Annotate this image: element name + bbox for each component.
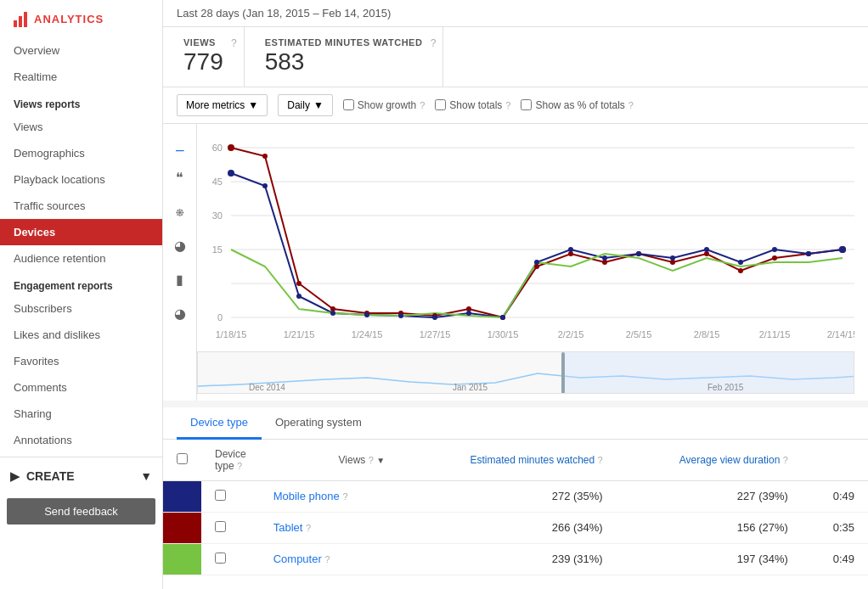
svg-text:2/11/15: 2/11/15 bbox=[759, 329, 791, 339]
more-metrics-button[interactable]: More metrics ▼ bbox=[177, 94, 268, 116]
sidebar-item-realtime[interactable]: Realtime bbox=[0, 64, 162, 90]
svg-text:Feb 2015: Feb 2015 bbox=[707, 383, 744, 392]
svg-text:2/14/15: 2/14/15 bbox=[827, 329, 854, 339]
svg-text:1/24/15: 1/24/15 bbox=[352, 329, 383, 339]
sidebar-item-playback[interactable]: Playback locations bbox=[0, 166, 162, 193]
line-chart-icon[interactable]: ⎯ bbox=[166, 131, 194, 158]
pct-help-icon[interactable]: ? bbox=[628, 100, 634, 110]
tablet-views: 266 (34%) bbox=[398, 512, 617, 543]
show-pct-label[interactable]: Show as % of totals ? bbox=[521, 99, 634, 111]
table-row: Computer ? 239 (31%) 197 (34%) 0:49 bbox=[163, 543, 868, 575]
show-totals-checkbox[interactable] bbox=[435, 99, 446, 110]
computer-device-cell: Computer ? bbox=[260, 543, 398, 575]
estimated-help-icon[interactable]: ? bbox=[598, 455, 603, 465]
mobile-link[interactable]: Mobile phone bbox=[273, 490, 340, 502]
svg-point-37 bbox=[466, 311, 471, 316]
dropdown-arrow-icon: ▼ bbox=[248, 99, 258, 111]
area-chart-icon[interactable]: ❝ bbox=[166, 165, 194, 192]
svg-point-32 bbox=[296, 294, 302, 299]
daily-button[interactable]: Daily ▼ bbox=[278, 94, 333, 116]
show-totals-label[interactable]: Show totals ? bbox=[435, 99, 510, 111]
mobile-checkbox[interactable] bbox=[215, 490, 226, 501]
svg-point-33 bbox=[330, 311, 335, 316]
sidebar-item-demographics[interactable]: Demographics bbox=[0, 140, 162, 166]
svg-point-11 bbox=[228, 144, 234, 151]
svg-point-46 bbox=[772, 247, 777, 252]
device-type-help-icon[interactable]: ? bbox=[237, 461, 242, 471]
tablet-link[interactable]: Tablet bbox=[273, 521, 303, 534]
views-value: 779 bbox=[183, 48, 223, 76]
mobile-help-icon[interactable]: ? bbox=[342, 491, 347, 502]
mobile-device-cell: Mobile phone ? bbox=[260, 480, 398, 512]
sidebar-item-annotations[interactable]: Annotations bbox=[0, 427, 162, 453]
sidebar-item-views[interactable]: Views bbox=[0, 114, 162, 140]
minutes-value: 583 bbox=[265, 48, 423, 76]
sidebar-item-comments[interactable]: Comments bbox=[0, 374, 162, 401]
minutes-help-icon[interactable]: ? bbox=[431, 37, 437, 49]
pie-chart-icon[interactable]: ◕ bbox=[166, 233, 194, 260]
sort-icon: ▼ bbox=[376, 456, 385, 465]
sidebar-item-audience[interactable]: Audience retention bbox=[0, 245, 162, 272]
tablet-device-cell: Tablet ? bbox=[260, 512, 398, 543]
tablet-help-icon[interactable]: ? bbox=[306, 523, 311, 533]
table-body: Mobile phone ? 272 (35%) 227 (39%) 0:49 … bbox=[163, 480, 868, 575]
show-growth-checkbox[interactable] bbox=[343, 99, 354, 110]
views-col-help-icon[interactable]: ? bbox=[369, 455, 374, 465]
sidebar-item-devices[interactable]: Devices bbox=[0, 219, 162, 245]
svg-text:1/18/15: 1/18/15 bbox=[216, 329, 247, 339]
svg-text:1/21/15: 1/21/15 bbox=[284, 329, 315, 339]
views-help-icon[interactable]: ? bbox=[231, 37, 237, 49]
data-table: Device type ? Views ? ▼ Estimated minute… bbox=[163, 440, 868, 575]
svg-text:1/30/15: 1/30/15 bbox=[488, 329, 519, 339]
create-label: CREATE bbox=[26, 469, 75, 483]
svg-point-38 bbox=[500, 315, 505, 320]
tablet-checkbox[interactable] bbox=[215, 521, 226, 532]
geo-chart-icon[interactable]: ◕ bbox=[166, 300, 194, 328]
svg-text:2/2/15: 2/2/15 bbox=[558, 329, 584, 339]
tab-device-type[interactable]: Device type bbox=[177, 407, 262, 440]
svg-text:45: 45 bbox=[212, 177, 223, 187]
select-all-checkbox[interactable] bbox=[177, 453, 188, 464]
header-views[interactable]: Views ? ▼ bbox=[260, 440, 398, 481]
svg-point-48 bbox=[839, 246, 846, 253]
sidebar-item-overview[interactable]: Overview bbox=[0, 37, 162, 64]
bar-chart-icon[interactable]: ▮ bbox=[166, 266, 194, 294]
computer-help-icon[interactable]: ? bbox=[324, 554, 330, 564]
svg-point-27 bbox=[772, 255, 777, 261]
views-label: VIEWS bbox=[183, 37, 223, 48]
show-pct-checkbox[interactable] bbox=[521, 99, 532, 110]
mini-chart[interactable]: Dec 2014 Jan 2015 Feb 2015 bbox=[197, 351, 854, 394]
create-button[interactable]: ▶ CREATE ▼ bbox=[0, 461, 162, 491]
tablet-checkbox-cell bbox=[201, 512, 260, 543]
svg-text:30: 30 bbox=[212, 210, 223, 221]
mobile-checkbox-cell bbox=[201, 480, 260, 512]
sidebar-item-subscribers[interactable]: Subscribers bbox=[0, 295, 162, 322]
computer-checkbox-cell bbox=[201, 543, 260, 575]
svg-text:60: 60 bbox=[212, 143, 223, 153]
row-indicator-tablet bbox=[163, 512, 201, 543]
compare-chart-icon[interactable]: ⎈ bbox=[166, 199, 194, 226]
sidebar-item-likes[interactable]: Likes and dislikes bbox=[0, 322, 162, 348]
svg-text:1/27/15: 1/27/15 bbox=[420, 329, 451, 339]
computer-estimated: 197 (34%) bbox=[617, 543, 802, 575]
sidebar-item-favorites[interactable]: Favorites bbox=[0, 348, 162, 374]
tab-os[interactable]: Operating system bbox=[262, 407, 375, 440]
svg-point-12 bbox=[262, 154, 268, 159]
sidebar-item-sharing[interactable]: Sharing bbox=[0, 401, 162, 427]
svg-text:2/8/15: 2/8/15 bbox=[694, 329, 720, 339]
minutes-metric: ? ESTIMATED MINUTES WATCHED 583 bbox=[245, 27, 444, 87]
show-growth-label[interactable]: Show growth ? bbox=[343, 99, 426, 111]
svg-point-30 bbox=[228, 170, 234, 177]
sidebar-item-traffic[interactable]: Traffic sources bbox=[0, 193, 162, 219]
avg-duration-help-icon[interactable]: ? bbox=[783, 455, 788, 465]
chart-icon-bar: ⎯ ❝ ⎈ ◕ ▮ ◕ bbox=[163, 124, 197, 401]
feedback-button[interactable]: Send feedback bbox=[7, 498, 155, 524]
svg-point-47 bbox=[806, 251, 811, 256]
app-title: ANALYTICS bbox=[34, 13, 104, 25]
computer-checkbox[interactable] bbox=[215, 553, 226, 564]
minutes-label: ESTIMATED MINUTES WATCHED bbox=[265, 37, 423, 48]
header-device-type: Device type ? bbox=[201, 440, 260, 481]
computer-link[interactable]: Computer bbox=[273, 553, 322, 565]
growth-help-icon[interactable]: ? bbox=[420, 100, 425, 110]
totals-help-icon[interactable]: ? bbox=[505, 100, 510, 110]
